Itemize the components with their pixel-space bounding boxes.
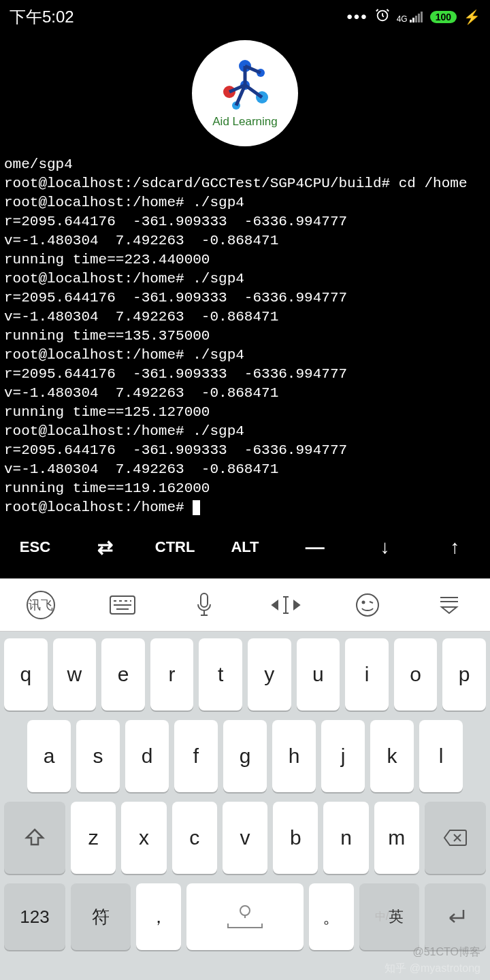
language-switch-key[interactable]: 中/英: [359, 883, 419, 950]
keyboard-row-3-letters: zxcvbnm: [71, 802, 419, 874]
app-logo: Aid Learning: [192, 40, 298, 146]
symbol-key[interactable]: 符: [71, 883, 131, 950]
key-j[interactable]: j: [321, 720, 365, 792]
key-t[interactable]: t: [199, 638, 242, 710]
key-b[interactable]: b: [273, 802, 318, 874]
svg-rect-1: [410, 20, 412, 22]
soft-keyboard: qwertyuiop asdfghjkl zxcvbnm 123 符 ， 。 中…: [0, 632, 490, 980]
voice-brand-icon[interactable]: 讯飞: [24, 588, 58, 622]
app-header: Aid Learning: [0, 34, 490, 152]
watermark-2: @51CTO博客: [412, 945, 480, 960]
key-v[interactable]: v: [223, 802, 267, 874]
svg-rect-24: [240, 906, 250, 915]
key-n[interactable]: n: [323, 802, 368, 874]
ctrl-key[interactable]: CTRL: [148, 538, 202, 556]
terminal-lines: ome/sgp4 root@localhost:/sdcard/GCCTest/…: [4, 157, 468, 496]
svg-rect-19: [201, 593, 208, 607]
key-r[interactable]: r: [150, 638, 194, 710]
status-bar: 下午5:02 ••• 4G 100 ⚡: [0, 0, 490, 34]
key-l[interactable]: l: [419, 720, 463, 792]
terminal-extra-keys: ESC ⇄ CTRL ALT — ↓ ↑: [0, 516, 490, 578]
svg-rect-4: [418, 14, 420, 22]
keyboard-row-1: qwertyuiop: [4, 638, 486, 710]
keyboard-row-2: asdfghjkl: [4, 720, 486, 792]
microphone-icon[interactable]: [187, 588, 221, 622]
keyboard-row-3: zxcvbnm: [4, 802, 486, 874]
key-h[interactable]: h: [272, 720, 316, 792]
key-z[interactable]: z: [71, 802, 116, 874]
watermark: 知乎 @myastrotong: [385, 962, 480, 976]
period-key[interactable]: 。: [309, 883, 354, 950]
key-g[interactable]: g: [223, 720, 267, 792]
svg-rect-3: [415, 16, 417, 22]
terminal-prompt: root@localhost:/home#: [4, 500, 193, 515]
key-q[interactable]: q: [4, 638, 48, 710]
alt-key[interactable]: ALT: [218, 538, 272, 556]
key-c[interactable]: c: [172, 802, 217, 874]
arrow-up-key[interactable]: ↑: [427, 536, 482, 558]
ime-toolbar: 讯飞: [0, 578, 490, 632]
key-m[interactable]: m: [374, 802, 419, 874]
key-d[interactable]: d: [125, 720, 169, 792]
more-icon: •••: [346, 7, 368, 27]
comma-key[interactable]: ，: [136, 883, 181, 950]
numeric-key[interactable]: 123: [4, 883, 65, 950]
lang-cn-label: 中/: [375, 910, 389, 924]
terminal-cursor: [193, 500, 200, 515]
cursor-edit-icon[interactable]: [269, 588, 303, 622]
key-p[interactable]: p: [442, 638, 486, 710]
key-e[interactable]: e: [101, 638, 145, 710]
status-time: 下午5:02: [10, 6, 74, 28]
logo-graphic-icon: [214, 58, 276, 112]
battery-indicator: 100: [430, 11, 457, 23]
key-k[interactable]: k: [370, 720, 414, 792]
keyboard-switch-icon[interactable]: [105, 588, 140, 622]
alarm-icon: [375, 7, 390, 27]
key-o[interactable]: o: [394, 638, 438, 710]
key-y[interactable]: y: [248, 638, 291, 710]
svg-rect-5: [421, 12, 423, 22]
arrow-down-key[interactable]: ↓: [358, 536, 412, 558]
key-x[interactable]: x: [121, 802, 166, 874]
key-f[interactable]: f: [174, 720, 218, 792]
terminal-output[interactable]: ome/sgp4 root@localhost:/sdcard/GCCTest/…: [0, 152, 490, 516]
enter-key[interactable]: [425, 883, 486, 950]
esc-key[interactable]: ESC: [7, 538, 62, 556]
key-u[interactable]: u: [297, 638, 340, 710]
emoji-icon[interactable]: [350, 588, 385, 622]
key-i[interactable]: i: [345, 638, 389, 710]
svg-point-21: [363, 601, 365, 603]
backspace-key[interactable]: [425, 802, 486, 874]
signal-icon: 4G: [397, 12, 423, 22]
key-w[interactable]: w: [53, 638, 97, 710]
key-a[interactable]: a: [27, 720, 71, 792]
svg-point-20: [357, 594, 378, 616]
charging-icon: ⚡: [463, 9, 480, 25]
tab-key[interactable]: ⇄: [78, 536, 132, 559]
keyboard-row-4: 123 符 ， 。 中/英: [4, 883, 486, 950]
collapse-keyboard-icon[interactable]: [432, 588, 466, 622]
space-key[interactable]: [186, 883, 304, 950]
key-s[interactable]: s: [76, 720, 120, 792]
status-icons: ••• 4G 100 ⚡: [346, 7, 480, 27]
shift-key[interactable]: [4, 802, 65, 874]
svg-rect-2: [412, 18, 414, 22]
lang-en-label: 英: [389, 906, 404, 927]
dash-key[interactable]: —: [288, 536, 342, 558]
logo-text: Aid Learning: [212, 115, 277, 129]
